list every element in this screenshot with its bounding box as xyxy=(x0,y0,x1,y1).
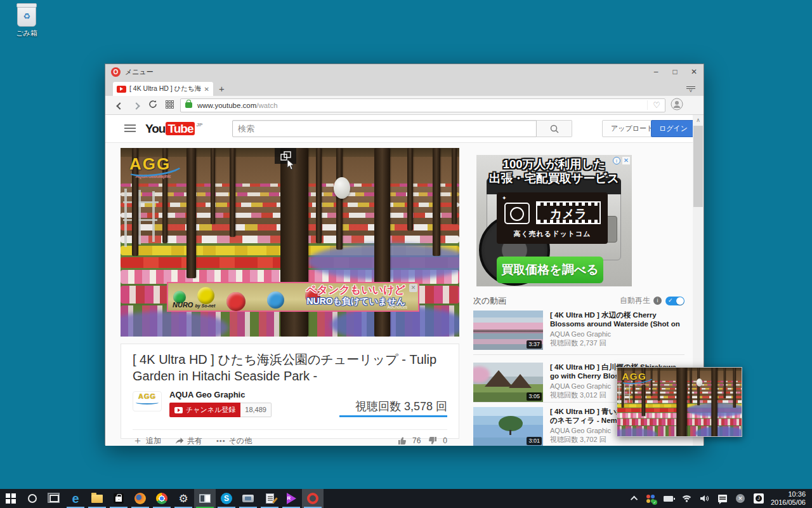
close-button[interactable]: ✕ xyxy=(684,64,704,80)
taskbar-projector-app[interactable] xyxy=(237,489,259,508)
like-count: 76 xyxy=(412,436,421,445)
titlebar[interactable]: O メニュー – □ ✕ xyxy=(105,64,704,80)
scrollbar-thumb[interactable] xyxy=(693,126,703,207)
search-input[interactable] xyxy=(232,120,537,137)
ad-close-icon[interactable]: ✕ xyxy=(622,157,630,164)
opera-menu-icon[interactable]: O xyxy=(111,67,121,77)
taskbar-media-app[interactable]: R xyxy=(280,489,302,508)
tab-menu-icon[interactable]: ˅ xyxy=(686,85,696,93)
share-icon xyxy=(175,437,184,444)
ad-headline-line1: 100万人が利用した xyxy=(476,157,632,171)
thumbs-down-icon[interactable] xyxy=(428,436,437,445)
recycle-bin-icon: ♻ xyxy=(17,5,36,27)
ad-cta-button[interactable]: 買取価格を調べる xyxy=(497,257,603,283)
thumbnail-cherry-waterside[interactable]: 3:37 xyxy=(473,311,543,350)
thumbnail-nemophila[interactable]: 3:01 xyxy=(473,407,543,446)
more-button[interactable]: •••その他 xyxy=(216,436,252,446)
tray-battery[interactable] xyxy=(664,496,673,502)
chevron-up-icon xyxy=(631,496,638,503)
task-view-button[interactable] xyxy=(43,489,65,508)
tray-sync-app[interactable]: ✓ xyxy=(646,495,655,503)
file-explorer-icon xyxy=(91,495,103,503)
cortana-button[interactable] xyxy=(22,489,43,508)
reload-button[interactable] xyxy=(145,100,161,111)
taskbar-screen-app[interactable] xyxy=(194,489,216,508)
url-text[interactable]: www.youtube.com/watch xyxy=(197,102,278,109)
secure-lock-icon[interactable] xyxy=(185,102,192,108)
search-button[interactable] xyxy=(537,120,572,137)
add-label: 追加 xyxy=(146,436,161,446)
taskbar-skype[interactable]: S xyxy=(216,489,237,508)
tree-trunk xyxy=(433,148,440,256)
login-button[interactable]: ログイン xyxy=(651,120,696,137)
channel-avatar[interactable]: AGG xyxy=(133,391,162,411)
taskbar-opera[interactable] xyxy=(302,489,324,508)
tray-expand-button[interactable] xyxy=(632,496,638,501)
youtube-logo[interactable]: YouTubeJP xyxy=(145,122,202,136)
system-tray: ✓ ✕ 10:36 2016/05/06 xyxy=(628,489,812,508)
taskbar-edge[interactable]: e xyxy=(65,489,86,508)
overlay-ad-line1: ペタンクもいいけど xyxy=(306,284,405,297)
start-button[interactable] xyxy=(0,489,22,508)
adchoices-label[interactable]: AdChoices xyxy=(388,305,407,309)
speed-dial-icon[interactable] xyxy=(161,100,178,111)
task-view-icon xyxy=(49,495,59,502)
skype-icon: S xyxy=(221,493,232,504)
taskbar-notes-app[interactable] xyxy=(259,489,280,508)
bookmark-heart-icon[interactable]: ♡ xyxy=(647,100,660,110)
suggested-channel: AQUA Geo Graphic xyxy=(550,330,684,338)
ad-info-icon[interactable]: i xyxy=(613,157,620,164)
thumbs-up-icon[interactable] xyxy=(398,436,407,445)
suggested-video-1[interactable]: 3:37 [ 4K Ultra HD ] 水辺の桜 Cherry Blossom… xyxy=(473,311,684,350)
taskbar-clock[interactable]: 10:36 2016/05/06 xyxy=(771,490,806,507)
media-play-icon: R xyxy=(287,493,296,504)
tray-volume[interactable] xyxy=(700,495,709,502)
share-button[interactable]: 共有 xyxy=(175,436,202,446)
suggested-title[interactable]: [ 4K Ultra HD ] 水辺の桜 Cherry Blossoms aro… xyxy=(550,311,684,328)
duration-badge: 3:01 xyxy=(527,437,542,445)
action-center-icon xyxy=(718,495,727,502)
scrollbar-up-arrow[interactable]: ∧ xyxy=(693,115,704,125)
taskbar-settings[interactable]: ⚙ xyxy=(173,489,194,508)
ad-logo-text: カメラ xyxy=(550,207,587,220)
tray-ime[interactable] xyxy=(754,493,764,504)
hamburger-menu-icon[interactable] xyxy=(124,124,136,134)
video-overlay-ad[interactable]: ペタンクもいいけど NUROも負けていません NURO by So-net ✕ … xyxy=(167,282,419,312)
taskbar-store[interactable] xyxy=(108,489,129,508)
tab-active[interactable]: [ 4K Ultra HD ] ひたち海浜公 ✕ xyxy=(113,82,213,96)
overlay-ad-close-icon[interactable]: ✕ xyxy=(409,284,417,292)
subscribe-button[interactable]: チャンネル登録 xyxy=(169,403,240,417)
autoplay-label: 自動再生 xyxy=(620,295,650,306)
display-ad[interactable]: LEICA 100万人が利用した 出張・宅配買取サービス カメラ 高く売れるドッ… xyxy=(476,155,632,286)
taskbar-chrome[interactable] xyxy=(151,489,173,508)
video-player[interactable]: AGG AQUA GeoGraphic ペタン xyxy=(121,148,459,337)
duration-badge: 3:05 xyxy=(527,392,542,401)
back-button[interactable] xyxy=(112,100,128,111)
tray-network[interactable] xyxy=(682,495,691,502)
tree-trunk xyxy=(230,148,235,237)
divider xyxy=(473,354,684,355)
tab-close-icon[interactable]: ✕ xyxy=(204,86,209,93)
page-content: YouTubeJP アップロード ログイン xyxy=(105,115,704,446)
logo-tube: Tube xyxy=(166,122,195,135)
address-bar[interactable]: www.youtube.com/watch ♡ xyxy=(180,98,665,112)
minimize-button[interactable]: – xyxy=(646,64,665,80)
maximize-button[interactable]: □ xyxy=(665,64,684,80)
opera-menu-label[interactable]: メニュー xyxy=(125,67,154,77)
tray-action-center[interactable] xyxy=(718,495,727,502)
autoplay-info-icon[interactable]: i xyxy=(653,297,662,305)
taskbar-file-explorer[interactable] xyxy=(86,489,108,508)
add-button[interactable]: ＋追加 xyxy=(133,434,161,446)
recycle-bin[interactable]: ♻ ごみ箱 xyxy=(10,5,43,38)
new-tab-button[interactable]: + xyxy=(219,82,225,96)
tray-status[interactable]: ✕ xyxy=(736,494,745,503)
thumbnail-shirakawa[interactable]: 3:05 xyxy=(473,363,543,402)
channel-name[interactable]: AQUA Geo Graphic xyxy=(169,390,245,399)
autoplay-toggle[interactable]: ✓ xyxy=(665,297,684,305)
taskbar-firefox[interactable] xyxy=(129,489,151,508)
forward-button[interactable] xyxy=(128,100,145,111)
popup-video-player[interactable]: AGG AQUA GeoGraphic xyxy=(617,367,742,437)
ime-icon xyxy=(754,493,764,504)
more-label: その他 xyxy=(229,436,252,446)
profile-icon[interactable] xyxy=(671,98,683,113)
